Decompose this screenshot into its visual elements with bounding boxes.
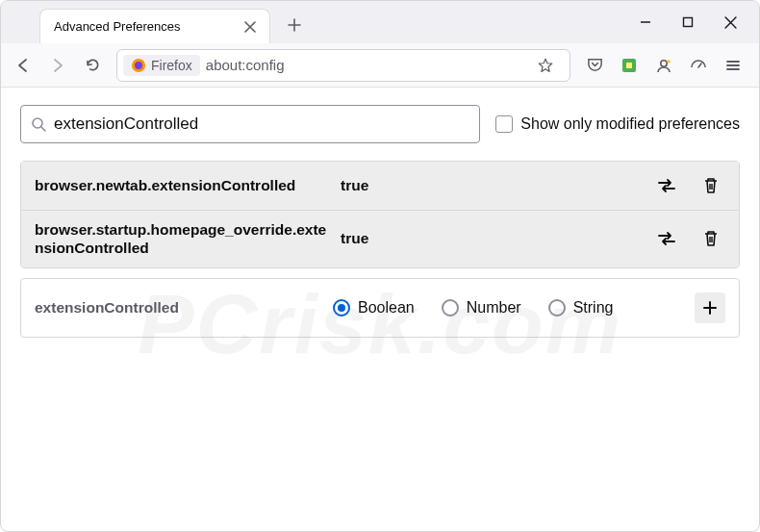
new-preference-name: extensionControlled (35, 299, 333, 317)
close-tab-icon[interactable] (241, 17, 260, 37)
new-preference-type-group: Boolean Number String (333, 299, 685, 317)
search-row: Show only modified preferences (20, 105, 740, 143)
preference-value: true (341, 230, 645, 247)
about-config-content: Show only modified preferences browser.n… (1, 88, 759, 355)
new-preference-row: extensionControlled Boolean Number Strin… (20, 278, 740, 338)
trash-icon[interactable] (697, 171, 725, 200)
window-controls (624, 1, 759, 43)
browser-tab[interactable]: Advanced Preferences (39, 9, 270, 43)
type-label: Boolean (358, 299, 415, 317)
radio-icon (442, 299, 459, 317)
search-icon (31, 116, 46, 132)
preference-search-box[interactable] (20, 105, 480, 143)
forward-button[interactable] (41, 49, 74, 82)
show-only-modified-label: Show only modified preferences (520, 115, 740, 133)
maximize-button[interactable] (667, 7, 709, 38)
new-tab-button[interactable] (280, 11, 309, 39)
preference-row[interactable]: browser.newtab.extensionControlled true (21, 162, 739, 211)
back-button[interactable] (7, 49, 39, 82)
firefox-icon (131, 58, 146, 73)
preference-row[interactable]: browser.startup.homepage_override.extens… (21, 211, 739, 267)
navigation-toolbar: Firefox about:config (1, 43, 759, 88)
bookmark-star-icon[interactable] (529, 49, 562, 82)
extension-icon[interactable] (613, 49, 646, 82)
titlebar: Advanced Preferences (1, 1, 759, 43)
checkbox-icon (495, 115, 513, 133)
preference-name: browser.startup.homepage_override.extens… (35, 220, 333, 258)
preference-actions (652, 171, 725, 200)
preference-list: browser.newtab.extensionControlled true … (20, 161, 740, 268)
radio-icon (333, 299, 350, 317)
pocket-icon[interactable] (578, 49, 611, 82)
firefox-label: Firefox (151, 58, 192, 73)
url-bar[interactable]: Firefox about:config (116, 49, 570, 82)
preference-actions (652, 224, 725, 253)
account-icon[interactable] (647, 49, 680, 82)
type-label: Number (467, 299, 521, 317)
search-input[interactable] (54, 114, 469, 134)
reload-button[interactable] (76, 49, 109, 82)
type-number-radio[interactable]: Number (442, 299, 521, 317)
type-boolean-radio[interactable]: Boolean (333, 299, 415, 317)
type-label: String (573, 299, 614, 317)
tab-title: Advanced Preferences (54, 19, 233, 34)
close-window-button[interactable] (709, 7, 751, 38)
svg-point-6 (667, 60, 671, 63)
preference-value: true (341, 177, 645, 194)
type-string-radio[interactable]: String (548, 299, 614, 317)
url-text: about:config (206, 57, 523, 73)
show-only-modified-checkbox[interactable]: Show only modified preferences (495, 115, 740, 133)
toggle-icon[interactable] (652, 224, 681, 253)
add-preference-button[interactable] (695, 292, 725, 323)
dashboard-icon[interactable] (682, 49, 715, 82)
toolbar-right-icons (578, 49, 753, 82)
app-menu-icon[interactable] (717, 49, 749, 82)
svg-point-5 (661, 60, 667, 65)
minimize-button[interactable] (624, 7, 667, 38)
svg-rect-4 (626, 63, 632, 68)
trash-icon[interactable] (697, 224, 725, 253)
svg-point-2 (135, 62, 142, 69)
toggle-icon[interactable] (652, 171, 681, 200)
radio-icon (548, 299, 566, 317)
preference-name: browser.newtab.extensionControlled (35, 176, 333, 194)
svg-rect-0 (684, 18, 693, 27)
firefox-badge: Firefox (123, 55, 200, 76)
